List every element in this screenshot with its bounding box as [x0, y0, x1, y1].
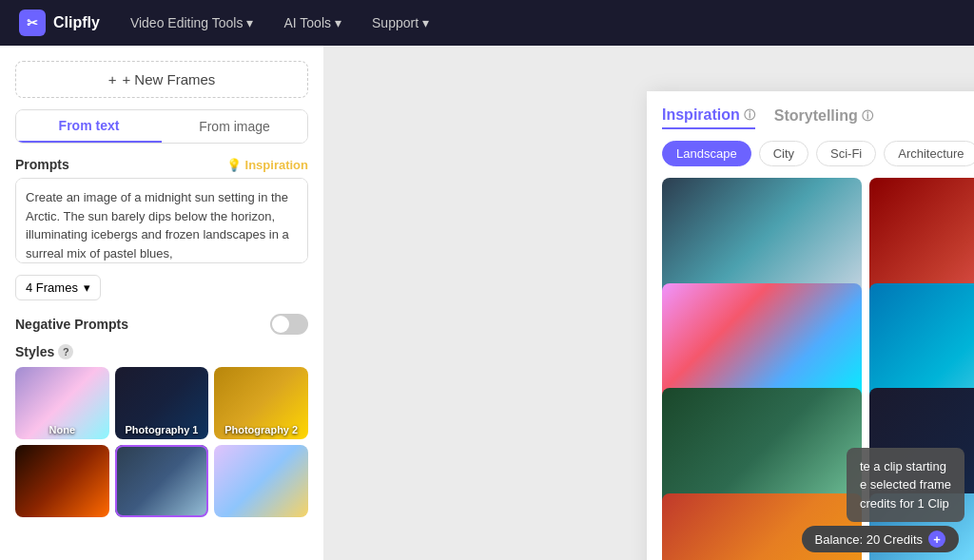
navbar: ✂ Clipfly Video Editing Tools ▾ AI Tools… [0, 0, 974, 46]
new-frames-button[interactable]: + + New Frames [15, 61, 308, 98]
plus-icon: + [108, 71, 117, 87]
nav-ai-tools[interactable]: AI Tools ▾ [283, 15, 341, 30]
chevron-down-icon: ▾ [422, 15, 429, 30]
balance-pill: Balance: 20 Credits + [802, 526, 959, 552]
chevron-down-icon: ▾ [246, 15, 253, 30]
prompt-textarea[interactable]: Create an image of a midnight sun settin… [15, 178, 308, 263]
nav-support[interactable]: Support ▾ [372, 15, 429, 30]
negative-prompts-toggle[interactable] [270, 314, 308, 335]
style-moon[interactable] [115, 445, 209, 517]
logo-icon: ✂ [19, 10, 46, 36]
inspiration-link[interactable]: 💡 Inspiration [226, 158, 308, 172]
style-photography-2[interactable]: Photography 2 [214, 367, 308, 439]
negative-prompts-label: Negative Prompts [15, 317, 128, 332]
modal-header: Inspiration ⓘ Storytelling ⓘ ✕ [662, 106, 974, 129]
tab-inspiration[interactable]: Inspiration ⓘ [662, 106, 755, 129]
right-background: Inspiration ⓘ Storytelling ⓘ ✕ Landscape… [323, 46, 974, 560]
prompts-section-header: Prompts 💡 Inspiration [15, 157, 308, 172]
negative-prompts-row: Negative Prompts [15, 314, 308, 335]
modal-tabs: Inspiration ⓘ Storytelling ⓘ [662, 106, 873, 129]
clip-toast: te a clip starting e selected frame cred… [847, 448, 964, 523]
frames-selector[interactable]: 4 Frames ▾ [15, 275, 101, 300]
info-icon: ⓘ [744, 107, 755, 124]
tab-storytelling[interactable]: Storytelling ⓘ [774, 107, 873, 128]
left-panel: + + New Frames From text From image Prom… [0, 46, 323, 560]
chevron-down-icon: ▾ [335, 15, 341, 30]
chip-city[interactable]: City [759, 141, 808, 166]
style-photography-1[interactable]: Photography 1 [115, 367, 209, 439]
filter-chips: Landscape City Sci-Fi Architecture Food … [662, 141, 974, 166]
logo-text: Clipfly [53, 14, 100, 31]
styles-label: Styles ? [15, 344, 308, 359]
nav-video-editing[interactable]: Video Editing Tools ▾ [130, 15, 254, 30]
chip-architecture[interactable]: Architecture [884, 141, 974, 166]
style-fire[interactable] [15, 445, 109, 517]
input-mode-tabs: From text From image [15, 109, 308, 144]
chip-landscape[interactable]: Landscape [662, 141, 751, 166]
styles-help-icon: ? [58, 344, 73, 359]
add-credits-button[interactable]: + [928, 531, 945, 548]
tab-from-image[interactable]: From image [162, 110, 307, 143]
balance-bar: Balance: 20 Credits + [323, 518, 974, 560]
tab-from-text[interactable]: From text [16, 110, 162, 143]
info-icon: ⓘ [862, 108, 873, 125]
chip-scifi[interactable]: Sci-Fi [816, 141, 876, 166]
styles-grid: None Photography 1 Photography 2 [15, 367, 308, 517]
style-none[interactable]: None [15, 367, 109, 439]
main-area: + + New Frames From text From image Prom… [0, 46, 974, 560]
style-otter[interactable] [214, 445, 308, 517]
chevron-down-icon: ▾ [84, 280, 90, 295]
logo[interactable]: ✂ Clipfly [19, 10, 100, 36]
